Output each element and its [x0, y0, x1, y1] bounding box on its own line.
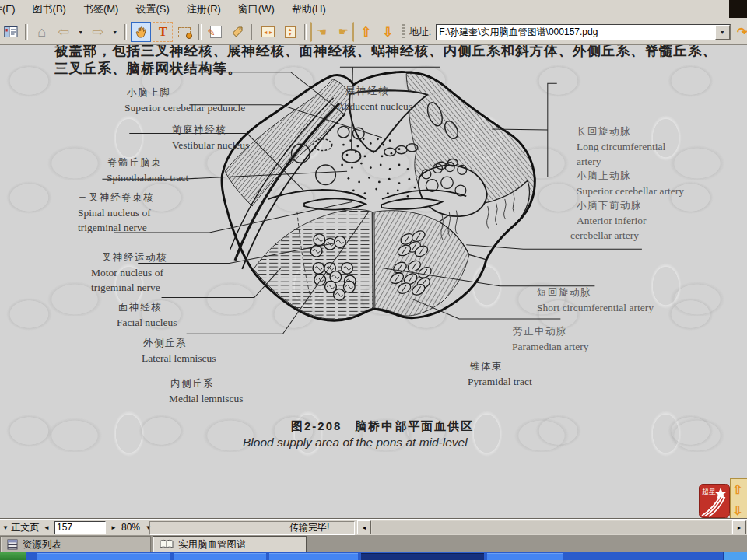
home-button[interactable]: ⌂: [32, 22, 52, 42]
artery-bracket: [548, 83, 557, 177]
label-superior-cerebellar-peduncle: 小脑上脚 Superior cerebellar peduncle: [127, 86, 245, 115]
basal-left-region: [254, 209, 373, 319]
page-nav-widget: ⇧ ⇩: [730, 478, 747, 522]
label-medial-lemniscus: 内侧丘系 Medial lemniscus: [170, 376, 244, 406]
taskbar-window-button[interactable]: [487, 553, 563, 560]
hscroll-track[interactable]: [372, 521, 731, 534]
annotation-button[interactable]: ✎: [205, 22, 226, 42]
taskbar-window-button[interactable]: [37, 553, 170, 560]
toolbar-grip: [402, 24, 404, 40]
zoom-select[interactable]: 80% ▼: [121, 519, 152, 536]
note-pencil-icon: ✎: [210, 26, 222, 38]
go-button[interactable]: ↶: [737, 25, 747, 40]
toolbar-separator: [251, 24, 254, 40]
scroll-down-button[interactable]: ⇩: [377, 22, 398, 42]
figure-caption-en: Blood supply area of the pons at mid-lev…: [243, 436, 468, 450]
forward-arrow-icon: ⇨: [92, 23, 103, 40]
basal-midline: [373, 212, 374, 309]
figure-caption-cn: 图2-208 脑桥中部平面血供区: [291, 419, 474, 434]
label-lateral-lemniscus: 外侧丘系 Lateral lemniscus: [143, 336, 216, 366]
text-select-tool-button[interactable]: T: [153, 22, 173, 42]
label-spinothalamic-tract: 脊髓丘脑束 Spinothalamic tract: [107, 156, 188, 185]
xp-taskbar: [0, 552, 747, 560]
fit-height-icon: ▲▼: [285, 26, 296, 38]
nav-down-button[interactable]: ⇩: [732, 505, 742, 517]
label-facial-nucleus: 面神经核 Facial nucleus: [118, 300, 177, 330]
label-abducent-nucleus: 展神经核 Abducent nucleus: [345, 84, 412, 114]
nav-up-button[interactable]: ⇧: [732, 484, 742, 496]
page-number-input[interactable]: [54, 521, 106, 534]
next-page-arrow[interactable]: ►: [110, 519, 117, 536]
address-input[interactable]: [437, 26, 714, 37]
fit-height-button[interactable]: ▲▼: [280, 22, 300, 42]
down-arrow-icon: ⇩: [382, 24, 393, 40]
label-motor-nucleus-trigeminal: 三叉神经运动核 Motor nucleus of trigeminal nerv…: [91, 250, 167, 295]
next-page-button[interactable]: ☛: [333, 22, 354, 42]
go-arrow-icon: ↶: [737, 26, 747, 39]
taskbar-window-button-active[interactable]: [361, 553, 484, 560]
tag-icon: [231, 26, 244, 38]
back-arrow-icon: ⇦: [58, 23, 69, 40]
toolbar-separator: [304, 24, 307, 40]
hand-left-icon: ☚: [317, 25, 327, 39]
fit-width-button[interactable]: ◄►: [258, 22, 279, 42]
label-vestibular-nucleus: 前庭神经核 Vestibular nucleus: [172, 123, 249, 152]
taskbar-window-button[interactable]: [174, 553, 266, 560]
text-tool-icon: T: [159, 25, 167, 39]
hand-right-icon: ☛: [338, 25, 349, 39]
address-label: 地址:: [409, 26, 431, 39]
region-select-tool-button[interactable]: [174, 22, 195, 42]
label-pyramidal-tract: 锥体束 Pyramidal tract: [470, 359, 532, 389]
toolbar-separator: [124, 24, 128, 40]
back-dropdown[interactable]: ▼: [75, 22, 86, 42]
reader-window: 件(F) 图书(B) 书签(M) 设置(S) 注册(R) 窗口(W) 帮助(H)…: [0, 0, 747, 560]
scroll-up-button[interactable]: ⇧: [356, 22, 376, 42]
start-button[interactable]: [0, 552, 26, 560]
label-paramedian-artery: 旁正中动脉 Paramedian artery: [513, 324, 589, 354]
superstar-logo[interactable]: 超星: [699, 484, 730, 518]
status-bar: ▼ 正文页 ◄ ► 80% ▼ 传输完毕! ◄ ►: [0, 518, 747, 536]
label-spinal-nucleus-trigeminal: 三叉神经脊束核 Spinal nucleus of trigeminal ner…: [78, 191, 154, 235]
tab-resource-list[interactable]: 资源列表: [0, 536, 151, 553]
contents-pages-button[interactable]: [1, 22, 21, 42]
logo-text: 超星: [702, 488, 716, 495]
status-message: 传输完毕!: [289, 519, 329, 536]
tab-book[interactable]: 实用脑血管图谱: [153, 536, 307, 553]
region-select-icon: [178, 27, 191, 37]
open-book-icon: [160, 539, 174, 550]
resource-list-icon: [7, 539, 18, 550]
forward-button[interactable]: ⇨: [88, 22, 108, 42]
address-bar: ▼: [436, 24, 730, 40]
window-corner-logo: [729, 0, 747, 18]
toolbar-separator: [198, 24, 202, 40]
taskbar-window-button[interactable]: [269, 553, 358, 560]
up-arrow-icon: ⇧: [360, 24, 371, 40]
body-text-line: 三叉丘系、脑桥网状结构等。: [54, 59, 242, 78]
label-artery-group: 长回旋动脉 Long circumferential artery 小脑上动脉 …: [577, 124, 684, 243]
toolbar-separator: [25, 24, 28, 40]
hscroll-right-button[interactable]: ►: [732, 520, 746, 534]
forward-dropdown[interactable]: ▼: [110, 22, 121, 42]
system-tray: [723, 552, 747, 560]
back-button[interactable]: ⇦: [54, 22, 74, 42]
label-short-circumferential-artery: 短回旋动脉 Short circumferential artery: [537, 285, 654, 315]
hand-icon: [135, 26, 148, 39]
fit-width-icon: ◄►: [261, 26, 275, 37]
page-type-dropdown[interactable]: ▼ 正文页: [2, 519, 39, 536]
home-icon: ⌂: [37, 24, 46, 40]
toolbar: ⌂ ⇦ ▼ ⇨ ▼ T ✎ ◄► ▲▼ ☚ ☛ ⇧ ⇩: [0, 19, 747, 45]
previous-page-button[interactable]: ☚: [310, 22, 331, 42]
previous-page-arrow[interactable]: ◄: [44, 519, 50, 536]
bookmark-tag-button[interactable]: [227, 22, 247, 42]
dock-tab-row: 资源列表 实用脑血管图谱: [0, 535, 747, 552]
hand-tool-button[interactable]: [131, 22, 151, 42]
pages-icon: [4, 26, 18, 38]
hscroll-left-button[interactable]: ◄: [357, 520, 371, 534]
address-dropdown-button[interactable]: ▼: [715, 25, 730, 40]
